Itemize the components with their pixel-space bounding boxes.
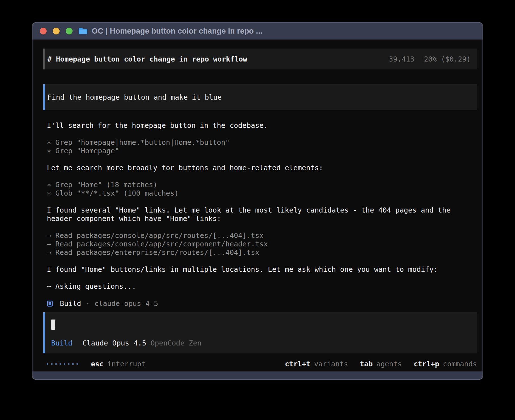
spinner-dot [64,363,65,365]
status-bar: esc interrupt ctrl+tvariantstabagentsctr… [43,360,477,368]
terminal-window: OC | Homepage button color change in rep… [32,22,483,380]
context-usage-cost: 20% ($0.29) [424,55,471,63]
spinner-dot [60,363,61,365]
working-spinner [47,363,78,365]
desktop: OC | Homepage button color change in rep… [0,0,515,420]
esc-key-hint: esc [91,360,104,368]
conversation-block: I'll search for the homepage button in t… [47,121,460,130]
input-model-label[interactable]: Claude Opus 4.5 [82,339,146,347]
window-title: OC | Homepage button color change in rep… [92,27,263,36]
terminal-content: # Homepage button color change in repo w… [32,40,483,371]
conversation-block: I found "Home" buttons/links in multiple… [47,265,460,274]
input-agent-label[interactable]: Build [51,339,72,347]
input-model-row: Build Claude Opus 4.5 OpenCode Zen [51,339,471,347]
tool-call-line: → Read packages/console/app/src/routes/[… [47,231,460,240]
folder-icon [78,27,88,35]
tool-call-line: → Read packages/console/app/src/componen… [47,240,460,248]
session-stats: 39,413 20% ($0.29) [389,55,471,63]
hint-label: commands [443,360,477,368]
interrupt-label: interrupt [107,360,145,368]
text-cursor [51,320,55,330]
status-bar-left: esc interrupt [47,360,146,368]
agent-status-line: Build · claude-opus-4-5 [43,299,477,308]
maximize-button[interactable] [66,28,73,34]
spinner-dot [47,363,48,365]
agent-model: claude-opus-4-5 [94,299,158,308]
tool-call-line: ∗ Grep "Homepage" [47,147,460,155]
hint-key: ctrl+p [414,360,439,368]
conversation-block: → Read packages/console/app/src/routes/[… [47,231,460,257]
minimize-button[interactable] [53,28,60,34]
hint-label: agents [376,360,402,368]
tool-call-line: ∗ Grep "homepage|home.*button|Home.*butt… [47,138,460,147]
tool-call-line: → Read packages/enterprise/src/routes/[.… [47,248,460,257]
window-bottom-bar [32,371,483,379]
user-message-text: Find the homepage button and make it blu… [47,93,222,101]
status-bar-hints: ctrl+tvariantstabagentsctrl+pcommands [285,360,477,368]
close-button[interactable] [40,28,47,34]
prompt-input[interactable]: Build Claude Opus 4.5 OpenCode Zen [43,312,477,353]
spinner-dot [55,363,57,365]
session-header: # Homepage button color change in repo w… [43,49,477,69]
keyboard-hint: tabagents [360,360,402,368]
assistant-text-line: Let me search more broadly for buttons a… [47,164,460,172]
hint-label: variants [314,360,348,368]
token-count: 39,413 [389,55,414,63]
assistant-text-line: I'll search for the homepage button in t… [47,121,460,130]
hint-key: ctrl+t [285,360,310,368]
input-provider-label: OpenCode Zen [150,339,202,347]
tool-call-line: ∗ Grep "Home" (18 matches) [47,181,460,189]
assistant-text-line: I found "Home" buttons/links in multiple… [47,265,460,274]
spinner-dot [51,363,53,365]
user-message: Find the homepage button and make it blu… [43,84,477,110]
traffic-lights [40,23,73,40]
conversation-block: Let me search more broadly for buttons a… [47,164,460,172]
tool-call-line: ∗ Glob "**/*.tsx" (100 matches) [47,189,460,198]
window-titlebar[interactable]: OC | Homepage button color change in rep… [32,23,483,40]
hint-key: tab [360,360,373,368]
build-agent-icon [47,301,53,307]
agent-name: Build [60,299,81,308]
session-title: # Homepage button color change in repo w… [47,55,247,63]
assistant-text-line: ~ Asking questions... [47,282,460,291]
conversation-block: ~ Asking questions... [47,282,460,291]
conversation-block: ∗ Grep "Home" (18 matches)∗ Glob "**/*.t… [47,181,460,198]
assistant-text-line: I found several "Home" links. Let me loo… [47,206,460,223]
spinner-dot [68,363,69,365]
spinner-dot [72,363,74,365]
keyboard-hint: ctrl+tvariants [285,360,348,368]
keyboard-hint: ctrl+pcommands [414,360,477,368]
window-title-group: OC | Homepage button color change in rep… [78,23,263,40]
conversation-block: I found several "Home" links. Let me loo… [47,206,460,223]
agent-separator: · [86,299,90,308]
spinner-dot [77,363,78,365]
conversation-log: I'll search for the homepage button in t… [43,121,477,291]
conversation-block: ∗ Grep "homepage|home.*button|Home.*butt… [47,138,460,155]
